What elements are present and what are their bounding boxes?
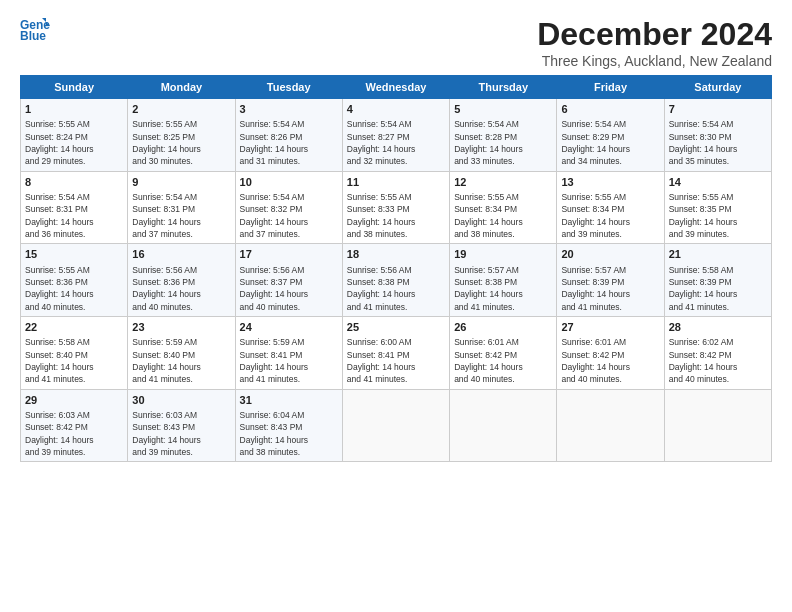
day-info: Sunrise: 6:01 AMSunset: 8:42 PMDaylight:… [454, 336, 552, 385]
day-number: 21 [669, 247, 767, 262]
day-number: 1 [25, 102, 123, 117]
table-row: 19Sunrise: 5:57 AMSunset: 8:38 PMDayligh… [450, 244, 557, 317]
day-number: 27 [561, 320, 659, 335]
day-info: Sunrise: 5:54 AMSunset: 8:26 PMDaylight:… [240, 118, 338, 167]
day-info: Sunrise: 5:55 AMSunset: 8:34 PMDaylight:… [454, 191, 552, 240]
table-row: 10Sunrise: 5:54 AMSunset: 8:32 PMDayligh… [235, 171, 342, 244]
calendar-week-row: 15Sunrise: 5:55 AMSunset: 8:36 PMDayligh… [21, 244, 772, 317]
day-number: 10 [240, 175, 338, 190]
day-info: Sunrise: 5:55 AMSunset: 8:24 PMDaylight:… [25, 118, 123, 167]
table-row: 29Sunrise: 6:03 AMSunset: 8:42 PMDayligh… [21, 389, 128, 462]
table-row: 7Sunrise: 5:54 AMSunset: 8:30 PMDaylight… [664, 99, 771, 172]
day-info: Sunrise: 6:04 AMSunset: 8:43 PMDaylight:… [240, 409, 338, 458]
table-row: 21Sunrise: 5:58 AMSunset: 8:39 PMDayligh… [664, 244, 771, 317]
day-info: Sunrise: 5:55 AMSunset: 8:34 PMDaylight:… [561, 191, 659, 240]
table-row: 6Sunrise: 5:54 AMSunset: 8:29 PMDaylight… [557, 99, 664, 172]
day-info: Sunrise: 5:54 AMSunset: 8:29 PMDaylight:… [561, 118, 659, 167]
table-row: 31Sunrise: 6:04 AMSunset: 8:43 PMDayligh… [235, 389, 342, 462]
day-number: 16 [132, 247, 230, 262]
table-row [557, 389, 664, 462]
day-number: 22 [25, 320, 123, 335]
day-number: 29 [25, 393, 123, 408]
day-number: 14 [669, 175, 767, 190]
day-info: Sunrise: 6:03 AMSunset: 8:42 PMDaylight:… [25, 409, 123, 458]
day-number: 2 [132, 102, 230, 117]
table-row: 13Sunrise: 5:55 AMSunset: 8:34 PMDayligh… [557, 171, 664, 244]
table-row: 20Sunrise: 5:57 AMSunset: 8:39 PMDayligh… [557, 244, 664, 317]
day-info: Sunrise: 5:55 AMSunset: 8:35 PMDaylight:… [669, 191, 767, 240]
calendar-week-row: 22Sunrise: 5:58 AMSunset: 8:40 PMDayligh… [21, 316, 772, 389]
day-number: 31 [240, 393, 338, 408]
table-row [450, 389, 557, 462]
day-info: Sunrise: 5:59 AMSunset: 8:40 PMDaylight:… [132, 336, 230, 385]
day-number: 24 [240, 320, 338, 335]
day-info: Sunrise: 5:59 AMSunset: 8:41 PMDaylight:… [240, 336, 338, 385]
col-thursday: Thursday [450, 76, 557, 99]
calendar-table: Sunday Monday Tuesday Wednesday Thursday… [20, 75, 772, 462]
table-row: 17Sunrise: 5:56 AMSunset: 8:37 PMDayligh… [235, 244, 342, 317]
day-info: Sunrise: 5:54 AMSunset: 8:28 PMDaylight:… [454, 118, 552, 167]
day-number: 12 [454, 175, 552, 190]
day-number: 9 [132, 175, 230, 190]
logo: General Blue [20, 16, 50, 44]
col-monday: Monday [128, 76, 235, 99]
day-number: 6 [561, 102, 659, 117]
table-row: 26Sunrise: 6:01 AMSunset: 8:42 PMDayligh… [450, 316, 557, 389]
day-number: 23 [132, 320, 230, 335]
table-row: 1Sunrise: 5:55 AMSunset: 8:24 PMDaylight… [21, 99, 128, 172]
col-saturday: Saturday [664, 76, 771, 99]
calendar-week-row: 29Sunrise: 6:03 AMSunset: 8:42 PMDayligh… [21, 389, 772, 462]
day-info: Sunrise: 5:54 AMSunset: 8:27 PMDaylight:… [347, 118, 445, 167]
day-number: 5 [454, 102, 552, 117]
day-info: Sunrise: 5:56 AMSunset: 8:36 PMDaylight:… [132, 264, 230, 313]
table-row: 22Sunrise: 5:58 AMSunset: 8:40 PMDayligh… [21, 316, 128, 389]
day-info: Sunrise: 6:02 AMSunset: 8:42 PMDaylight:… [669, 336, 767, 385]
day-number: 28 [669, 320, 767, 335]
day-info: Sunrise: 5:57 AMSunset: 8:39 PMDaylight:… [561, 264, 659, 313]
col-tuesday: Tuesday [235, 76, 342, 99]
calendar-header-row: Sunday Monday Tuesday Wednesday Thursday… [21, 76, 772, 99]
table-row: 9Sunrise: 5:54 AMSunset: 8:31 PMDaylight… [128, 171, 235, 244]
table-row: 8Sunrise: 5:54 AMSunset: 8:31 PMDaylight… [21, 171, 128, 244]
table-row: 28Sunrise: 6:02 AMSunset: 8:42 PMDayligh… [664, 316, 771, 389]
day-info: Sunrise: 5:57 AMSunset: 8:38 PMDaylight:… [454, 264, 552, 313]
day-number: 30 [132, 393, 230, 408]
day-info: Sunrise: 5:54 AMSunset: 8:30 PMDaylight:… [669, 118, 767, 167]
day-number: 20 [561, 247, 659, 262]
day-info: Sunrise: 5:56 AMSunset: 8:37 PMDaylight:… [240, 264, 338, 313]
header: General Blue December 2024 Three Kings, … [20, 16, 772, 69]
day-number: 7 [669, 102, 767, 117]
title-block: December 2024 Three Kings, Auckland, New… [537, 16, 772, 69]
day-number: 19 [454, 247, 552, 262]
day-info: Sunrise: 5:55 AMSunset: 8:36 PMDaylight:… [25, 264, 123, 313]
table-row: 11Sunrise: 5:55 AMSunset: 8:33 PMDayligh… [342, 171, 449, 244]
day-info: Sunrise: 6:00 AMSunset: 8:41 PMDaylight:… [347, 336, 445, 385]
day-number: 17 [240, 247, 338, 262]
day-number: 3 [240, 102, 338, 117]
table-row: 2Sunrise: 5:55 AMSunset: 8:25 PMDaylight… [128, 99, 235, 172]
day-info: Sunrise: 5:55 AMSunset: 8:25 PMDaylight:… [132, 118, 230, 167]
svg-text:Blue: Blue [20, 29, 46, 43]
calendar-week-row: 8Sunrise: 5:54 AMSunset: 8:31 PMDaylight… [21, 171, 772, 244]
table-row: 23Sunrise: 5:59 AMSunset: 8:40 PMDayligh… [128, 316, 235, 389]
col-sunday: Sunday [21, 76, 128, 99]
table-row: 24Sunrise: 5:59 AMSunset: 8:41 PMDayligh… [235, 316, 342, 389]
day-info: Sunrise: 5:54 AMSunset: 8:31 PMDaylight:… [25, 191, 123, 240]
table-row: 16Sunrise: 5:56 AMSunset: 8:36 PMDayligh… [128, 244, 235, 317]
day-info: Sunrise: 5:54 AMSunset: 8:32 PMDaylight:… [240, 191, 338, 240]
day-number: 26 [454, 320, 552, 335]
day-number: 18 [347, 247, 445, 262]
table-row: 27Sunrise: 6:01 AMSunset: 8:42 PMDayligh… [557, 316, 664, 389]
table-row: 15Sunrise: 5:55 AMSunset: 8:36 PMDayligh… [21, 244, 128, 317]
day-info: Sunrise: 6:01 AMSunset: 8:42 PMDaylight:… [561, 336, 659, 385]
day-info: Sunrise: 5:54 AMSunset: 8:31 PMDaylight:… [132, 191, 230, 240]
day-info: Sunrise: 6:03 AMSunset: 8:43 PMDaylight:… [132, 409, 230, 458]
day-number: 4 [347, 102, 445, 117]
table-row: 4Sunrise: 5:54 AMSunset: 8:27 PMDaylight… [342, 99, 449, 172]
table-row: 12Sunrise: 5:55 AMSunset: 8:34 PMDayligh… [450, 171, 557, 244]
day-number: 11 [347, 175, 445, 190]
table-row [342, 389, 449, 462]
day-number: 13 [561, 175, 659, 190]
table-row: 3Sunrise: 5:54 AMSunset: 8:26 PMDaylight… [235, 99, 342, 172]
day-info: Sunrise: 5:56 AMSunset: 8:38 PMDaylight:… [347, 264, 445, 313]
